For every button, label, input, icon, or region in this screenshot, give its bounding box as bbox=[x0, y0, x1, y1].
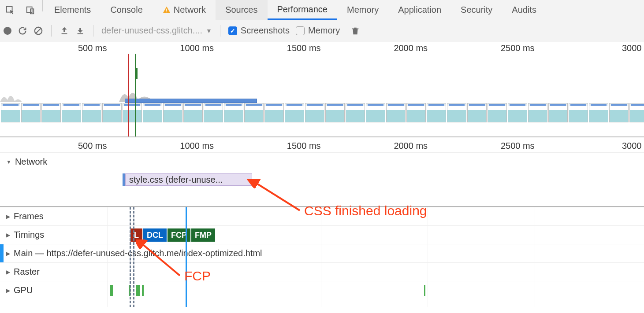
network-request-style-css[interactable]: style.css (defer-unuse... bbox=[125, 173, 252, 186]
track-main-label[interactable]: ▶ Main — https://defer-unused-css.glitch… bbox=[0, 248, 262, 258]
filmstrip-frame[interactable] bbox=[366, 103, 385, 122]
main-track-indicator bbox=[0, 244, 4, 262]
record-button[interactable] bbox=[4, 27, 11, 35]
track-network[interactable]: ▼ Network bbox=[0, 152, 644, 171]
activity-blob bbox=[0, 89, 22, 102]
tab-performance[interactable]: Performance bbox=[268, 0, 338, 20]
filmstrip-frame[interactable] bbox=[589, 103, 608, 122]
tab-sources[interactable]: Sources bbox=[216, 0, 267, 20]
device-toggle-icon[interactable] bbox=[20, 0, 41, 20]
track-gpu-label[interactable]: ▶ GPU bbox=[0, 285, 44, 295]
filmstrip-frame[interactable] bbox=[264, 103, 284, 122]
overview-chart[interactable] bbox=[0, 54, 644, 102]
tab-security[interactable]: Security bbox=[451, 0, 502, 20]
toolbar-divider bbox=[93, 25, 93, 37]
filmstrip-frame[interactable] bbox=[548, 103, 568, 122]
marker-line bbox=[130, 207, 131, 307]
filmstrip-frame[interactable] bbox=[406, 103, 426, 122]
filmstrip-frame[interactable] bbox=[123, 103, 142, 122]
track-network-label[interactable]: ▼ Network bbox=[0, 157, 132, 167]
track-frames-text: Frames bbox=[14, 211, 44, 221]
tab-console[interactable]: Console bbox=[101, 0, 152, 20]
filmstrip-frame[interactable] bbox=[386, 103, 406, 122]
overview-ruler[interactable]: 500 ms1000 ms1500 ms2000 ms2500 ms3000 bbox=[0, 41, 644, 54]
selection-range[interactable] bbox=[125, 99, 257, 103]
filmstrip-frame[interactable] bbox=[1, 103, 20, 122]
expand-icon[interactable]: ▶ bbox=[6, 232, 10, 238]
expand-icon[interactable]: ▶ bbox=[6, 214, 10, 220]
screenshots-toggle[interactable]: Screenshots bbox=[228, 26, 290, 36]
track-network-text: Network bbox=[15, 157, 47, 167]
filmstrip-frame[interactable] bbox=[305, 103, 324, 122]
recording-select[interactable]: defer-unused-css.glitch.... ▼ bbox=[101, 26, 212, 36]
memory-toggle[interactable]: Memory bbox=[296, 26, 340, 36]
filmstrip-frame[interactable] bbox=[569, 103, 588, 122]
filmstrip-frame[interactable] bbox=[609, 103, 629, 122]
filmstrip-frame[interactable] bbox=[508, 103, 527, 122]
memory-label: Memory bbox=[308, 26, 340, 36]
tab-application[interactable]: Application bbox=[388, 0, 451, 20]
expand-icon[interactable]: ▶ bbox=[6, 287, 10, 294]
filmstrip-frame[interactable] bbox=[346, 103, 365, 122]
filmstrip-frame[interactable] bbox=[629, 103, 644, 122]
filmstrip-frame[interactable] bbox=[204, 103, 223, 122]
upload-icon[interactable] bbox=[60, 26, 69, 36]
warning-icon bbox=[162, 6, 171, 15]
filmstrip-frame[interactable] bbox=[82, 103, 101, 122]
track-timings[interactable]: ▶ Timings L DCL FCP FMP bbox=[0, 225, 644, 244]
network-track-content[interactable]: style.css (defer-unuse... CSS finished l… bbox=[0, 171, 644, 206]
filmstrip-frame[interactable] bbox=[163, 103, 182, 122]
track-timings-label[interactable]: ▶ Timings bbox=[0, 230, 62, 240]
track-main[interactable]: ▶ Main — https://defer-unused-css.glitch… bbox=[0, 244, 644, 262]
tab-network[interactable]: Network bbox=[153, 0, 216, 20]
tab-memory[interactable]: Memory bbox=[337, 0, 388, 20]
filmstrip-frame[interactable] bbox=[41, 103, 61, 122]
track-gpu[interactable]: ▶ GPU bbox=[0, 281, 644, 299]
filmstrip-frame[interactable] bbox=[244, 103, 264, 122]
track-raster-label[interactable]: ▶ Raster bbox=[0, 267, 132, 277]
screenshots-checkbox[interactable] bbox=[228, 26, 237, 35]
filmstrip-frame[interactable] bbox=[447, 103, 466, 122]
detail-ruler[interactable]: 500 ms1000 ms1500 ms2000 ms2500 ms3000 m… bbox=[0, 137, 644, 152]
tab-elements[interactable]: Elements bbox=[45, 0, 101, 20]
event-marker bbox=[135, 54, 136, 136]
filmstrip-frame[interactable] bbox=[102, 103, 122, 122]
filmstrip-frame[interactable] bbox=[325, 103, 345, 122]
playhead-marker[interactable] bbox=[128, 54, 129, 136]
track-gpu-text: GPU bbox=[14, 285, 33, 295]
trash-icon[interactable] bbox=[350, 26, 360, 36]
ruler-tick: 2000 ms bbox=[394, 141, 428, 151]
filmstrip-frame[interactable] bbox=[285, 103, 304, 122]
network-request-label: style.css (defer-unuse... bbox=[129, 175, 223, 185]
filmstrip-frame[interactable] bbox=[62, 103, 81, 122]
filmstrip-frame[interactable] bbox=[143, 103, 162, 122]
filmstrip[interactable] bbox=[0, 103, 644, 124]
download-icon[interactable] bbox=[75, 26, 85, 36]
flame-chart-pane[interactable]: .... ▶ Frames ▶ Timings L DCL FCP FMP bbox=[0, 206, 644, 307]
marker-line bbox=[133, 207, 134, 307]
memory-checkbox[interactable] bbox=[296, 26, 305, 35]
filmstrip-frame[interactable] bbox=[427, 103, 446, 122]
overview-pane[interactable] bbox=[0, 54, 644, 137]
ruler-tick: 1500 ms bbox=[287, 141, 321, 151]
collapse-icon[interactable]: ▼ bbox=[6, 159, 11, 165]
timing-badge-FMP[interactable]: FMP bbox=[191, 228, 215, 242]
clear-icon[interactable] bbox=[34, 26, 43, 36]
screenshots-label: Screenshots bbox=[241, 26, 290, 36]
filmstrip-frame[interactable] bbox=[467, 103, 487, 122]
track-frames-label[interactable]: ▶ Frames bbox=[0, 211, 132, 221]
filmstrip-frame[interactable] bbox=[21, 103, 41, 122]
gpu-activity-bar bbox=[110, 285, 113, 296]
filmstrip-frame[interactable] bbox=[183, 103, 203, 122]
tab-audits[interactable]: Audits bbox=[502, 0, 546, 20]
reload-icon[interactable] bbox=[18, 26, 27, 36]
filmstrip-frame[interactable] bbox=[224, 103, 243, 122]
filmstrip-frame[interactable] bbox=[528, 103, 547, 122]
inspect-icon[interactable] bbox=[0, 0, 20, 20]
expand-icon[interactable]: ▶ bbox=[6, 269, 10, 275]
svg-line-6 bbox=[36, 28, 41, 33]
track-raster[interactable]: ▶ Raster bbox=[0, 262, 644, 281]
filmstrip-frame[interactable] bbox=[488, 103, 507, 122]
expand-icon[interactable]: ▶ bbox=[6, 250, 10, 257]
chevron-down-icon: ▼ bbox=[206, 27, 212, 34]
